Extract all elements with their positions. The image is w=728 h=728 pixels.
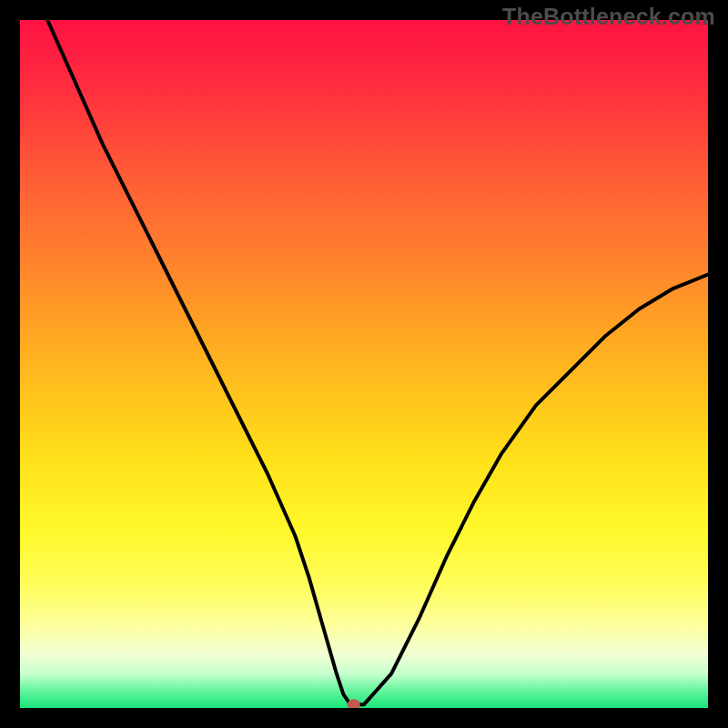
chart-frame: TheBottleneck.com xyxy=(0,0,728,728)
bottleneck-curve xyxy=(47,20,708,704)
curve-svg xyxy=(20,20,708,708)
plot-area xyxy=(20,20,708,708)
watermark-label: TheBottleneck.com xyxy=(502,4,715,30)
